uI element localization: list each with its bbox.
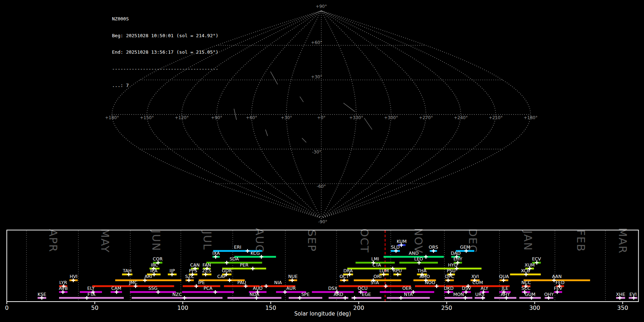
shower-label-fev: FEV [554,286,562,291]
meteor-trail [343,103,355,112]
x-tick-label: 50 [91,304,98,311]
x-axis-title: Solar longitude (deg) [294,311,351,317]
shower-label-hyd: HYD [448,262,458,268]
shower-label-fta: FTA [87,292,96,297]
meteor-trail [265,130,268,136]
shower-label-kse: KSE [38,292,46,297]
shower-label-psu: PSU [447,268,456,273]
shower-label-mon: MON [453,292,464,297]
shower-label-noo: NOO [425,280,435,285]
shower-label-amo: AMO [419,274,430,279]
month-label-sep: SEP [306,230,318,252]
shower-label-spe: SPE [301,292,309,297]
map-lat-label: -60° [317,184,326,189]
shower-label-dra: DRA [343,268,353,273]
x-tick-label: 250 [441,304,452,311]
shower-label-per: PER [240,262,248,268]
peak-marker-per [251,267,254,270]
meteor-observation-screen: NZ000S Beg: 20251028 10:50:01 (sol = 214… [0,0,644,322]
shower-label-oct: OCT [340,274,349,279]
shower-label-gum: GUM [525,292,536,297]
shower-label-gdr: GDR [222,268,232,273]
activity-chart: APRMAYJUNJULAUGSEPOCTNOVDECJANFEBMARKUME… [5,228,639,317]
shower-bar-kcg [234,256,276,258]
shower-label-sta: STA [371,280,379,285]
shower-label-avb: AVB [59,286,68,291]
map-lat-label: +30° [311,74,322,79]
shower-label-rpu: RPU [393,268,402,273]
shower-label-zcs: ZCS [202,268,211,273]
map-lon-label: +30° [281,115,292,120]
peak-marker-nta [399,296,402,299]
map-lat-label: +90° [316,4,327,9]
map-lon-label: +0° [317,115,326,120]
shower-bar-sda [206,262,262,264]
shower-label-kum: KUM [397,239,407,244]
shower-label-nta: NTA [404,292,413,297]
peak-marker-eri [246,249,249,253]
x-tick-label: 100 [177,304,189,311]
shower-label-cap: CAP [217,274,226,279]
shower-label-ecv: ECV [532,256,541,262]
shower-bar-spe [289,297,322,299]
shower-label-lmi: LMI [371,256,379,262]
shower-label-evi: EVI [629,292,636,297]
shower-bar-dsx [312,291,354,293]
shower-label-ocu: OCU [358,286,368,291]
shower-label-dpc: DPC [445,274,454,279]
month-label-nov: NOV [412,228,425,254]
shower-label-tha: THA [417,268,427,273]
shower-label-irc: IRC [151,262,158,268]
shower-label-can: CAN [190,262,200,268]
plot-canvas: +180°+150°+120°+90°+60°+30°+0°+330°+300°… [0,0,644,322]
shower-label-aly: ALY [480,286,488,291]
shower-label-gem: GEM [460,244,470,250]
map-lon-label: +270° [419,115,433,120]
shower-label-nue: NUE [288,274,297,279]
shower-label-dkd: DKD [444,286,453,291]
shower-label-aur: AUR [286,286,296,291]
peak-marker-kcg [259,255,263,259]
shower-label-ehy: EHY [453,256,462,262]
shower-label-pca: PCA [204,286,213,291]
shower-label-kcg: KCG [250,250,260,256]
map-lon-label: +180° [105,115,119,120]
shower-label-ahy: AHY [501,292,510,297]
shower-bar-sta [339,285,411,287]
peak-marker-cap [228,278,231,282]
peak-marker-and [424,255,428,259]
map-lon-label: +210° [489,115,503,120]
sky-map: +180°+150°+120°+90°+60°+30°+0°+330°+300°… [105,4,538,224]
month-label-feb: FEB [575,230,587,252]
map-lat-label: -90° [318,219,327,224]
x-tick-label: 0 [5,304,9,311]
shower-label-ssg: SSG [148,286,158,291]
shower-label-ixa: IXA [213,250,220,256]
shower-bar-ssg [130,291,176,293]
peak-marker-ege [353,296,356,299]
shower-bar-mon [445,297,472,299]
meteor-trail [270,72,278,84]
map-lat-label: -30° [312,150,321,155]
map-lon-label: +300° [384,115,398,120]
shower-bar-jmc [92,285,174,287]
shower-label-lyr: LYR [59,280,67,285]
shower-label-fed: FED [556,280,565,285]
map-lon-label: +330° [349,115,363,120]
shower-label-sld: SLD [391,244,400,250]
month-label-apr: APR [47,229,59,252]
shower-bar-nzc [132,297,223,299]
peak-marker-sda [225,261,229,264]
shower-bar-fta [59,297,124,299]
shower-label-qua: QUA [499,274,509,279]
shower-label-ari: ARI [145,274,152,279]
shower-label-ori: ORI [374,274,381,279]
shower-label-ard: ARD [334,292,343,297]
shower-label-leo: LEO [414,256,423,262]
shower-label-nda: NDA [250,292,260,297]
shower-label-xcb: XCB [521,268,530,273]
shower-label-lum: LUM [380,268,389,273]
peak-marker-nia [264,284,268,288]
shower-bar-com [446,285,510,287]
shower-bar-nda [228,297,282,299]
